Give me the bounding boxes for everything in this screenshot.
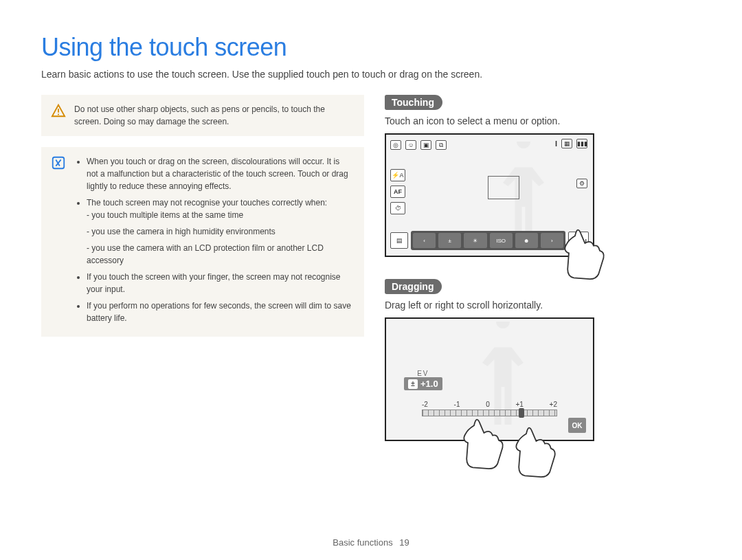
intro-text: Learn basic actions to use the touch scr… [41, 69, 701, 80]
af-mode-icon: AF [390, 186, 405, 198]
note-item: If you perform no operations for few sec… [87, 300, 353, 324]
face-detect-icon: ☻ [515, 233, 538, 248]
face-mode-icon: ☺ [405, 140, 416, 150]
camera-mode-icon: ◎ [390, 140, 401, 150]
ev-scale-labels: -2 -1 0 +1 +2 [422, 401, 557, 408]
ev-label: EV [404, 370, 442, 377]
note-subitem: you use the camera in high humidity envi… [87, 225, 353, 238]
info-icon: I [555, 139, 557, 148]
drag-screenshot: EV ± +1.0 -2 -1 0 +1 +2 [385, 317, 594, 441]
note-item: If you touch the screen with your finger… [87, 271, 353, 295]
svg-point-1 [58, 113, 59, 115]
section-label-touching: Touching [385, 95, 442, 110]
drag-hand-end-icon [502, 416, 563, 478]
focus-frame-icon [488, 176, 519, 199]
page-title: Using the touch screen [41, 33, 701, 62]
dragging-desc: Drag left or right to scroll horizontall… [385, 300, 701, 311]
video-mode-icon: ⧉ [436, 140, 447, 150]
wb-icon: ☀ [464, 233, 486, 248]
note-subitem: you touch multiple items at the same tim… [87, 209, 353, 221]
page-footer: Basic functions 19 [0, 537, 742, 548]
props-icon: ⚙ [576, 179, 587, 188]
warning-triangle-icon [51, 103, 66, 118]
iso-icon: ISO [490, 233, 513, 248]
plus-minus-icon: ± [408, 379, 418, 389]
note-subitem: you use the camera with an LCD protectio… [87, 242, 353, 267]
bracket-mode-icon: ▣ [420, 140, 431, 150]
touch-hand-icon [550, 219, 612, 280]
page-number: 19 [399, 537, 409, 548]
ok-button: OK [568, 418, 586, 433]
touch-screenshot: ◎ ☺ ▣ ⧉ I ▦ ▮▮▮ ⚡A AF ⏱ ⚙ [385, 133, 594, 257]
section-label-dragging: Dragging [385, 279, 442, 294]
warning-text: Do not use other sharp objects, such as … [74, 103, 353, 128]
warning-callout: Do not use other sharp objects, such as … [41, 95, 364, 136]
ev-value-badge: ± +1.0 [404, 377, 442, 390]
exposure-icon: ± [438, 233, 461, 248]
note-item: The touch screen may not recognise your … [87, 197, 353, 267]
note-icon [51, 155, 66, 170]
touching-desc: Touch an icon to select a menu or option… [385, 115, 701, 126]
battery-icon: ▮▮▮ [576, 139, 587, 148]
note-callout: When you touch or drag on the screen, di… [41, 147, 364, 337]
note-list: When you touch or drag on the screen, di… [74, 155, 353, 328]
bottom-toolbar: ‹ ± ☀ ISO ☻ › [411, 231, 565, 250]
display-mode-icon: ▤ [390, 232, 408, 249]
note-item: When you touch or drag on the screen, di… [87, 155, 353, 192]
footer-section: Basic functions [333, 537, 392, 548]
flash-auto-icon: ⚡A [390, 169, 405, 181]
arrow-left-icon: ‹ [413, 233, 436, 248]
memory-icon: ▦ [561, 139, 572, 148]
timer-off-icon: ⏱ [390, 202, 405, 214]
